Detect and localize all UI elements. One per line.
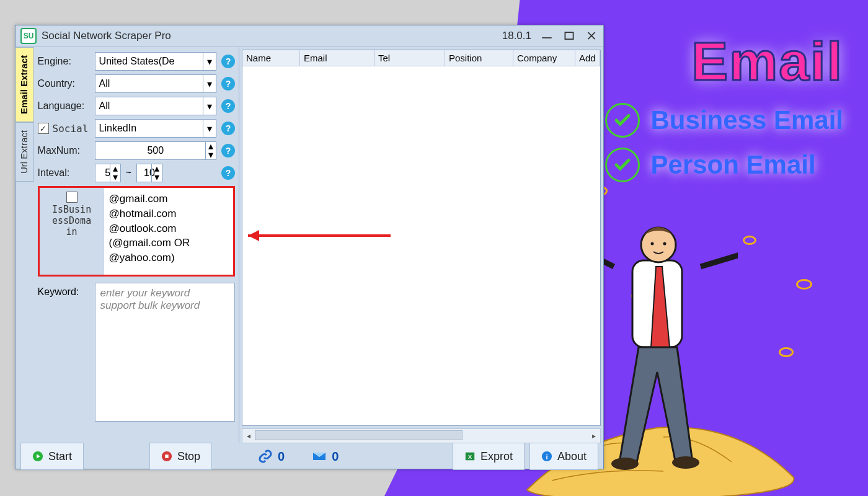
keyword-textarea[interactable]: enter your keyword support bulk keyword (95, 283, 235, 422)
engine-select[interactable]: United States(De ▾ (95, 52, 216, 71)
column-header[interactable]: Name (242, 50, 300, 66)
email-count-value: 0 (332, 450, 339, 464)
check-icon (605, 103, 640, 138)
results-pane: NameEmailTelPositionCompanyAdd ◂ ▸ (239, 47, 603, 443)
promo-line-2: Person Email (651, 150, 816, 180)
social-checkbox[interactable]: ✓ (38, 123, 49, 134)
svg-point-6 (651, 242, 654, 246)
spinner-arrows-icon[interactable]: ▴▾ (205, 142, 216, 159)
svg-line-1 (701, 248, 738, 267)
export-label: Exprot (480, 450, 513, 463)
country-select[interactable]: All ▾ (95, 74, 216, 93)
country-value: All (99, 78, 110, 89)
settings-pane: Engine: United States(De ▾ ? Country: Al… (34, 47, 239, 443)
column-header[interactable]: Email (300, 50, 374, 66)
coin-icon (796, 279, 812, 290)
help-icon[interactable]: ? (221, 122, 235, 135)
window-version: 18.0.1 (502, 30, 531, 42)
interval-separator: ~ (126, 167, 131, 179)
export-button[interactable]: X Exprot (453, 443, 525, 470)
coin-icon (743, 236, 756, 245)
stop-label: Stop (177, 450, 200, 463)
maxnum-input[interactable]: 500 ▴▾ (95, 141, 216, 160)
info-icon: i (541, 451, 552, 462)
coin-icon (779, 347, 794, 357)
about-label: About (557, 450, 587, 463)
svg-point-9 (672, 456, 699, 469)
language-select[interactable]: All ▾ (95, 97, 216, 115)
mail-icon (312, 449, 327, 464)
svg-point-7 (663, 242, 666, 246)
minimize-button[interactable] (540, 31, 554, 41)
window-title: Social Network Scraper Pro (42, 30, 502, 42)
column-header[interactable]: Add (575, 50, 600, 66)
help-icon[interactable]: ? (221, 77, 235, 91)
column-header[interactable]: Company (513, 50, 575, 66)
scroll-left-icon[interactable]: ◂ (242, 432, 255, 440)
column-header[interactable]: Tel (374, 50, 445, 66)
business-domain-checkbox[interactable] (66, 192, 78, 203)
interval-from-input[interactable]: 5 ▴▾ (95, 164, 121, 182)
titlebar[interactable]: SU Social Network Scraper Pro 18.0.1 (16, 25, 603, 47)
engine-value: United States(De (99, 56, 175, 67)
check-icon (605, 148, 640, 182)
interval-label: Inteval: (38, 167, 95, 179)
email-count: 0 (301, 449, 350, 464)
interval-to-input[interactable]: 10 ▴▾ (136, 164, 162, 182)
scroll-thumb[interactable] (255, 430, 463, 440)
stop-button[interactable]: Stop (149, 443, 212, 470)
promo-title: Email (605, 30, 843, 93)
social-select[interactable]: LinkedIn ▾ (95, 119, 216, 138)
chevron-down-icon: ▾ (203, 53, 216, 70)
scroll-right-icon[interactable]: ▸ (588, 432, 600, 440)
app-window: SU Social Network Scraper Pro 18.0.1 Ema… (15, 25, 604, 469)
maxnum-label: MaxNum: (38, 145, 95, 156)
language-label: Language: (38, 100, 95, 112)
svg-rect-16 (165, 454, 168, 458)
help-icon[interactable]: ? (221, 99, 235, 113)
link-count: 0 (247, 449, 296, 464)
keyword-label: Keyword: (38, 283, 95, 422)
start-label: Start (48, 450, 72, 463)
help-icon[interactable]: ? (221, 144, 235, 157)
social-value: LinkedIn (99, 123, 137, 134)
spinner-arrows-icon[interactable]: ▴▾ (151, 164, 162, 182)
link-icon (258, 449, 273, 464)
spinner-arrows-icon[interactable]: ▴▾ (110, 164, 120, 182)
svg-text:X: X (468, 454, 472, 460)
business-domain-box: IsBusinessDomain @gmail.com @hotmail.com… (38, 186, 235, 277)
side-tabs: Email Extract Url Extract (16, 47, 34, 443)
scroll-track[interactable] (255, 429, 588, 443)
stop-icon (161, 451, 172, 462)
app-icon: SU (20, 28, 37, 44)
engine-label: Engine: (38, 56, 95, 67)
about-button[interactable]: i About (529, 443, 598, 470)
social-label: Social (53, 123, 89, 135)
help-icon[interactable]: ? (221, 55, 235, 68)
chevron-down-icon: ▾ (203, 75, 216, 92)
play-icon (32, 451, 43, 462)
bottom-toolbar: Start Stop 0 0 X Exprot i About (16, 443, 603, 469)
country-label: Country: (38, 78, 95, 89)
tab-email-extract[interactable]: Email Extract (16, 47, 34, 122)
start-button[interactable]: Start (20, 443, 84, 470)
tab-url-extract[interactable]: Url Extract (16, 122, 34, 182)
column-header[interactable]: Position (445, 50, 513, 66)
business-domain-label: IsBusinessDomain (42, 204, 102, 237)
help-icon[interactable]: ? (221, 166, 235, 180)
promo-line-1: Business Email (651, 105, 843, 135)
horizontal-scrollbar[interactable]: ◂ ▸ (242, 428, 601, 443)
promo-panel: Email Business Email Person Email (605, 30, 843, 192)
chevron-down-icon: ▾ (203, 97, 216, 115)
chevron-down-icon: ▾ (203, 120, 216, 137)
business-domain-textarea[interactable]: @gmail.com @hotmail.com @outlook.com (@g… (104, 188, 233, 275)
close-button[interactable] (585, 31, 598, 41)
maximize-button[interactable] (562, 31, 576, 41)
link-count-value: 0 (278, 450, 285, 464)
svg-text:i: i (546, 453, 547, 461)
grid-header-row: NameEmailTelPositionCompanyAdd (242, 50, 600, 66)
svg-rect-11 (565, 32, 573, 39)
excel-icon: X (464, 451, 476, 462)
maxnum-value: 500 (147, 145, 164, 156)
results-grid[interactable]: NameEmailTelPositionCompanyAdd (242, 50, 601, 426)
